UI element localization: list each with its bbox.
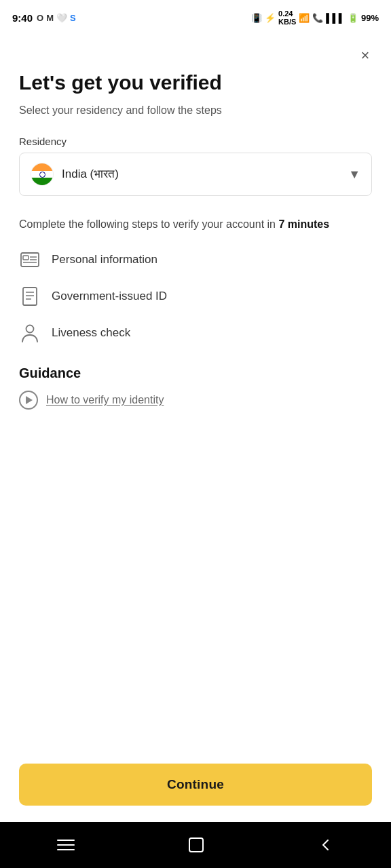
svg-rect-5: [23, 288, 37, 305]
flag-orange-stripe: [31, 163, 53, 171]
id-card-icon: [19, 249, 41, 271]
s-icon: S: [70, 13, 76, 23]
battery-percent: 99%: [361, 13, 379, 23]
play-triangle: [26, 396, 33, 404]
guidance-link-row[interactable]: How to verify my identity: [19, 391, 372, 410]
battery-icon: 🔋: [348, 13, 358, 23]
step-item-personal: Personal information: [19, 249, 372, 271]
status-time: 9:40: [12, 12, 33, 24]
bluetooth-icon: ⚡: [265, 13, 276, 23]
signal-icon: ▌▌▌: [326, 13, 345, 23]
call-icon: 📞: [312, 13, 323, 23]
status-icons: O M 🤍 S: [37, 13, 76, 23]
step-item-gov-id: Government-issued ID: [19, 285, 372, 307]
data-speed: 0.24KB/S: [278, 9, 296, 26]
nav-home-icon[interactable]: [188, 837, 204, 853]
flag-white-stripe: [31, 171, 53, 178]
page-title: Let's get you verified: [19, 71, 372, 95]
step-item-liveness: Liveness check: [19, 322, 372, 344]
steps-desc-highlight: 7 minutes: [278, 218, 329, 230]
chevron-down-icon: ▼: [348, 167, 360, 182]
dropdown-left: India (भारत): [31, 163, 119, 186]
step-label-liveness: Liveness check: [52, 326, 130, 340]
steps-description: Complete the following steps to verify y…: [19, 216, 372, 233]
svg-rect-1: [23, 256, 29, 260]
bottom-area: Continue: [0, 764, 391, 822]
spacer: [0, 595, 391, 764]
flag-green-stripe: [31, 178, 53, 185]
residency-value: India (भारत): [62, 167, 119, 181]
person-icon: [19, 322, 41, 344]
document-icon: [19, 285, 41, 307]
o-icon: O: [37, 13, 43, 23]
steps-list: Personal information Government-issued I…: [19, 249, 372, 344]
svg-point-9: [26, 326, 34, 333]
residency-label: Residency: [19, 136, 372, 147]
steps-desc-pre: Complete the following steps to verify y…: [19, 218, 278, 230]
status-bar: 9:40 O M 🤍 S 📳 ⚡ 0.24KB/S 📶 📞 ▌▌▌ 🔋 99%: [0, 0, 391, 35]
m-icon: M: [46, 13, 54, 23]
continue-button[interactable]: Continue: [19, 764, 372, 806]
page-subtitle: Select your residency and follow the ste…: [19, 104, 372, 117]
wifi-icon: 📶: [299, 13, 310, 23]
heart-icon: 🤍: [56, 13, 67, 23]
nav-menu-icon[interactable]: [57, 839, 75, 851]
play-icon: [19, 391, 38, 410]
close-button[interactable]: ×: [353, 43, 377, 68]
guidance-link[interactable]: How to verify my identity: [46, 394, 164, 406]
main-content: × Let's get you verified Select your res…: [0, 35, 391, 595]
step-label-gov-id: Government-issued ID: [52, 290, 167, 303]
svg-rect-13: [189, 838, 203, 852]
status-right: 📳 ⚡ 0.24KB/S 📶 📞 ▌▌▌ 🔋 99%: [251, 9, 379, 26]
nav-bar: [0, 822, 391, 868]
ashoka-wheel: [39, 172, 45, 178]
residency-dropdown[interactable]: India (भारत) ▼: [19, 153, 372, 196]
vibrate-icon: 📳: [251, 13, 262, 23]
close-icon: ×: [361, 47, 370, 64]
step-label-personal: Personal information: [52, 253, 157, 267]
guidance-title: Guidance: [19, 366, 372, 381]
nav-back-icon[interactable]: [318, 837, 334, 853]
india-flag: [31, 163, 54, 186]
